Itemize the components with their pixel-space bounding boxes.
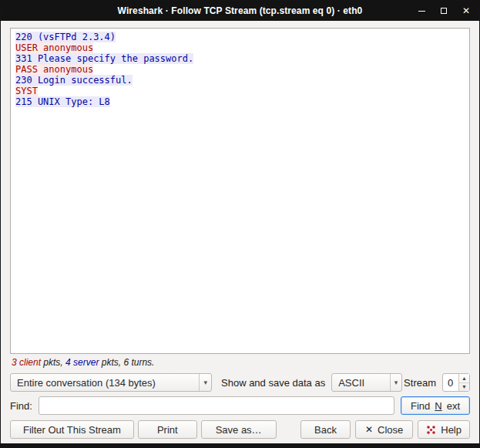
chevron-down-icon: ▾ bbox=[199, 374, 211, 391]
help-button-label: Help bbox=[441, 424, 462, 436]
chevron-down-icon: ▾ bbox=[390, 374, 402, 391]
help-button[interactable]: Help bbox=[418, 420, 470, 439]
help-icon bbox=[426, 425, 436, 435]
spinner-up-button[interactable]: ▲ bbox=[459, 374, 469, 383]
minimize-icon bbox=[418, 11, 425, 12]
close-button[interactable]: ✕ Close bbox=[355, 420, 413, 439]
stream-line-server: 220 (vsFTPd 2.3.4) bbox=[15, 32, 465, 42]
stream-line-client: USER anonymous bbox=[15, 42, 465, 53]
close-button-label: Close bbox=[378, 424, 403, 436]
show-save-label: Show and save data as bbox=[221, 377, 325, 389]
stream-line-server: 230 Login successful. bbox=[15, 75, 465, 86]
find-input[interactable] bbox=[39, 396, 394, 415]
maximize-button[interactable] bbox=[438, 5, 449, 16]
stream-stats: 3 client pkts, 4 server pkts, 6 turns. bbox=[10, 357, 470, 368]
spinner-buttons: ▲ ▼ bbox=[458, 374, 469, 391]
stream-options-row: Entire conversation (134 bytes) ▾ Show a… bbox=[10, 373, 470, 392]
find-next-label: Find bbox=[411, 400, 430, 412]
dialog-content: 220 (vsFTPd 2.3.4)USER anonymous331 Plea… bbox=[1, 21, 479, 444]
minimize-button[interactable] bbox=[416, 5, 427, 16]
stream-label: Stream bbox=[404, 377, 436, 389]
conversation-select-value: Entire conversation (134 bytes) bbox=[17, 377, 199, 389]
stream-number-value: 0 bbox=[443, 374, 458, 391]
stream-line-client: PASS anonymous bbox=[15, 64, 465, 75]
stream-line-server: 215 UNIX Type: L8 bbox=[15, 96, 465, 107]
close-window-icon: ✕ bbox=[462, 6, 470, 15]
save-as-button[interactable]: Save as… bbox=[201, 420, 277, 439]
titlebar[interactable]: Wireshark · Follow TCP Stream (tcp.strea… bbox=[1, 1, 479, 21]
stream-line-client: SYST bbox=[15, 86, 465, 96]
stream-line-server: 331 Please specify the password. bbox=[15, 53, 465, 64]
find-next-mnemonic: N bbox=[435, 400, 441, 412]
print-button[interactable]: Print bbox=[138, 420, 197, 439]
maximize-icon bbox=[441, 8, 447, 14]
data-format-select[interactable]: ASCII ▾ bbox=[331, 373, 402, 392]
stream-number-spinner[interactable]: 0 ▲ ▼ bbox=[442, 373, 470, 392]
close-icon: ✕ bbox=[365, 425, 373, 434]
window-controls: ✕ bbox=[416, 1, 472, 21]
close-window-button[interactable]: ✕ bbox=[461, 5, 472, 16]
find-next-label-rest: ext bbox=[447, 400, 460, 412]
right-button-group: Back ✕ Close Help bbox=[300, 420, 470, 439]
find-label: Find: bbox=[10, 400, 32, 412]
follow-tcp-stream-dialog: Wireshark · Follow TCP Stream (tcp.strea… bbox=[0, 0, 480, 448]
filter-out-stream-button[interactable]: Filter Out This Stream bbox=[10, 420, 134, 439]
find-next-button[interactable]: Find Next bbox=[401, 396, 470, 415]
action-buttons-row: Filter Out This Stream Print Save as… Ba… bbox=[10, 420, 470, 439]
data-format-select-value: ASCII bbox=[338, 377, 389, 389]
conversation-select[interactable]: Entire conversation (134 bytes) ▾ bbox=[10, 373, 212, 392]
left-button-group: Filter Out This Stream Print Save as… bbox=[10, 420, 277, 439]
stream-content[interactable]: 220 (vsFTPd 2.3.4)USER anonymous331 Plea… bbox=[10, 28, 470, 354]
back-button[interactable]: Back bbox=[300, 420, 351, 439]
find-row: Find: Find Next bbox=[10, 396, 470, 415]
window-title: Wireshark · Follow TCP Stream (tcp.strea… bbox=[118, 5, 363, 16]
spinner-down-button[interactable]: ▼ bbox=[459, 383, 469, 392]
